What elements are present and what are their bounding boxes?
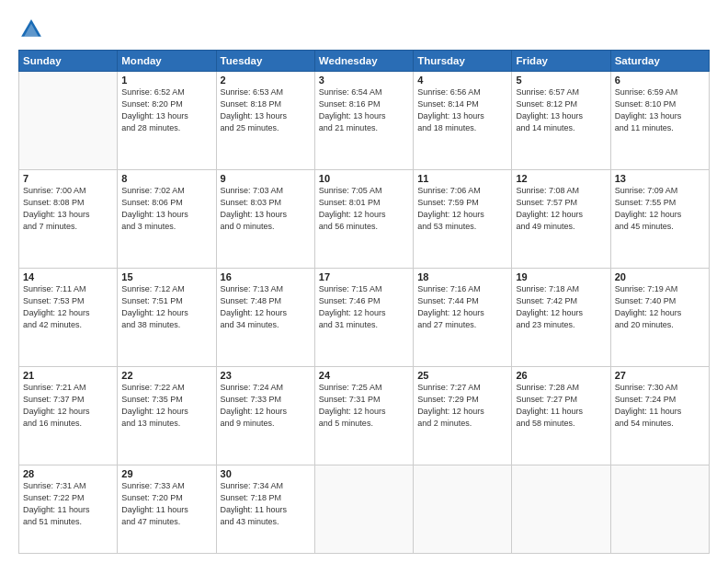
day-info: Sunrise: 6:59 AM Sunset: 8:10 PM Dayligh…: [615, 86, 705, 134]
calendar-week-row: 1Sunrise: 6:52 AM Sunset: 8:20 PM Daylig…: [19, 72, 710, 170]
calendar-cell: 16Sunrise: 7:13 AM Sunset: 7:48 PM Dayli…: [216, 268, 314, 366]
day-number: 5: [516, 75, 606, 86]
day-info: Sunrise: 7:28 AM Sunset: 7:27 PM Dayligh…: [516, 382, 606, 430]
day-info: Sunrise: 7:09 AM Sunset: 7:55 PM Dayligh…: [615, 185, 705, 233]
day-number: 21: [23, 370, 113, 381]
calendar-cell: 11Sunrise: 7:06 AM Sunset: 7:59 PM Dayli…: [414, 169, 512, 268]
calendar-cell: 30Sunrise: 7:34 AM Sunset: 7:18 PM Dayli…: [216, 465, 314, 554]
day-info: Sunrise: 7:00 AM Sunset: 8:08 PM Dayligh…: [23, 185, 113, 233]
day-number: 16: [221, 271, 311, 282]
day-number: 19: [516, 271, 606, 282]
day-number: 8: [121, 173, 211, 184]
calendar-day-header: Wednesday: [314, 51, 413, 72]
day-number: 10: [319, 173, 409, 184]
day-number: 17: [319, 271, 409, 282]
day-number: 6: [615, 75, 705, 86]
calendar-cell: 6Sunrise: 6:59 AM Sunset: 8:10 PM Daylig…: [610, 72, 709, 170]
calendar-table: SundayMondayTuesdayWednesdayThursdayFrid…: [18, 50, 710, 554]
logo-icon: [18, 17, 44, 42]
calendar-day-header: Thursday: [414, 51, 512, 72]
calendar-cell: [610, 465, 709, 554]
calendar-cell: 4Sunrise: 6:56 AM Sunset: 8:14 PM Daylig…: [414, 72, 512, 170]
day-info: Sunrise: 7:34 AM Sunset: 7:18 PM Dayligh…: [221, 480, 311, 528]
calendar-cell: 13Sunrise: 7:09 AM Sunset: 7:55 PM Dayli…: [610, 169, 709, 268]
day-number: 23: [221, 370, 311, 381]
calendar-cell: 1Sunrise: 6:52 AM Sunset: 8:20 PM Daylig…: [118, 72, 216, 170]
calendar-cell: 27Sunrise: 7:30 AM Sunset: 7:24 PM Dayli…: [610, 366, 709, 465]
calendar-header-row: SundayMondayTuesdayWednesdayThursdayFrid…: [19, 51, 710, 72]
day-info: Sunrise: 7:21 AM Sunset: 7:37 PM Dayligh…: [23, 382, 113, 430]
day-number: 28: [23, 468, 113, 479]
day-info: Sunrise: 7:11 AM Sunset: 7:53 PM Dayligh…: [23, 283, 113, 331]
calendar-week-row: 14Sunrise: 7:11 AM Sunset: 7:53 PM Dayli…: [19, 268, 710, 366]
page: SundayMondayTuesdayWednesdayThursdayFrid…: [0, 0, 728, 563]
day-info: Sunrise: 6:53 AM Sunset: 8:18 PM Dayligh…: [221, 86, 311, 134]
calendar-cell: 10Sunrise: 7:05 AM Sunset: 8:01 PM Dayli…: [314, 169, 413, 268]
day-info: Sunrise: 7:25 AM Sunset: 7:31 PM Dayligh…: [319, 382, 409, 430]
calendar-day-header: Friday: [512, 51, 610, 72]
day-number: 11: [417, 173, 507, 184]
day-info: Sunrise: 6:52 AM Sunset: 8:20 PM Dayligh…: [121, 86, 211, 134]
day-number: 20: [615, 271, 705, 282]
calendar-cell: 23Sunrise: 7:24 AM Sunset: 7:33 PM Dayli…: [216, 366, 314, 465]
day-number: 13: [615, 173, 705, 184]
day-info: Sunrise: 7:02 AM Sunset: 8:06 PM Dayligh…: [121, 185, 211, 233]
calendar-cell: 2Sunrise: 6:53 AM Sunset: 8:18 PM Daylig…: [216, 72, 314, 170]
calendar-cell: 22Sunrise: 7:22 AM Sunset: 7:35 PM Dayli…: [118, 366, 216, 465]
day-info: Sunrise: 7:30 AM Sunset: 7:24 PM Dayligh…: [615, 382, 705, 430]
day-number: 18: [417, 271, 507, 282]
calendar-cell: 26Sunrise: 7:28 AM Sunset: 7:27 PM Dayli…: [512, 366, 610, 465]
day-info: Sunrise: 6:56 AM Sunset: 8:14 PM Dayligh…: [417, 86, 507, 134]
day-info: Sunrise: 7:19 AM Sunset: 7:40 PM Dayligh…: [615, 283, 705, 331]
day-info: Sunrise: 6:57 AM Sunset: 8:12 PM Dayligh…: [516, 86, 606, 134]
day-number: 12: [516, 173, 606, 184]
calendar-cell: 25Sunrise: 7:27 AM Sunset: 7:29 PM Dayli…: [414, 366, 512, 465]
day-info: Sunrise: 7:31 AM Sunset: 7:22 PM Dayligh…: [23, 480, 113, 528]
day-info: Sunrise: 7:15 AM Sunset: 7:46 PM Dayligh…: [319, 283, 409, 331]
calendar-cell: 14Sunrise: 7:11 AM Sunset: 7:53 PM Dayli…: [19, 268, 118, 366]
day-number: 26: [516, 370, 606, 381]
day-info: Sunrise: 6:54 AM Sunset: 8:16 PM Dayligh…: [319, 86, 409, 134]
calendar-cell: 9Sunrise: 7:03 AM Sunset: 8:03 PM Daylig…: [216, 169, 314, 268]
day-number: 24: [319, 370, 409, 381]
calendar-cell: 3Sunrise: 6:54 AM Sunset: 8:16 PM Daylig…: [314, 72, 413, 170]
day-number: 30: [221, 468, 311, 479]
day-info: Sunrise: 7:24 AM Sunset: 7:33 PM Dayligh…: [221, 382, 311, 430]
calendar-day-header: Sunday: [19, 51, 118, 72]
calendar-week-row: 28Sunrise: 7:31 AM Sunset: 7:22 PM Dayli…: [19, 465, 710, 554]
calendar-week-row: 21Sunrise: 7:21 AM Sunset: 7:37 PM Dayli…: [19, 366, 710, 465]
calendar-day-header: Tuesday: [216, 51, 314, 72]
day-info: Sunrise: 7:33 AM Sunset: 7:20 PM Dayligh…: [121, 480, 211, 528]
calendar-week-row: 7Sunrise: 7:00 AM Sunset: 8:08 PM Daylig…: [19, 169, 710, 268]
calendar-cell: [19, 72, 118, 170]
calendar-cell: 7Sunrise: 7:00 AM Sunset: 8:08 PM Daylig…: [19, 169, 118, 268]
day-number: 7: [23, 173, 113, 184]
calendar-cell: [314, 465, 413, 554]
day-info: Sunrise: 7:16 AM Sunset: 7:44 PM Dayligh…: [417, 283, 507, 331]
day-number: 15: [121, 271, 211, 282]
day-number: 4: [417, 75, 507, 86]
day-info: Sunrise: 7:27 AM Sunset: 7:29 PM Dayligh…: [417, 382, 507, 430]
day-info: Sunrise: 7:13 AM Sunset: 7:48 PM Dayligh…: [221, 283, 311, 331]
day-number: 1: [121, 75, 211, 86]
calendar-cell: 24Sunrise: 7:25 AM Sunset: 7:31 PM Dayli…: [314, 366, 413, 465]
calendar-cell: 18Sunrise: 7:16 AM Sunset: 7:44 PM Dayli…: [414, 268, 512, 366]
calendar-cell: 19Sunrise: 7:18 AM Sunset: 7:42 PM Dayli…: [512, 268, 610, 366]
calendar-cell: 21Sunrise: 7:21 AM Sunset: 7:37 PM Dayli…: [19, 366, 118, 465]
logo: [18, 17, 48, 42]
day-info: Sunrise: 7:18 AM Sunset: 7:42 PM Dayligh…: [516, 283, 606, 331]
day-number: 27: [615, 370, 705, 381]
calendar-cell: 5Sunrise: 6:57 AM Sunset: 8:12 PM Daylig…: [512, 72, 610, 170]
calendar-cell: 29Sunrise: 7:33 AM Sunset: 7:20 PM Dayli…: [118, 465, 216, 554]
day-info: Sunrise: 7:05 AM Sunset: 8:01 PM Dayligh…: [319, 185, 409, 233]
day-number: 3: [319, 75, 409, 86]
day-info: Sunrise: 7:12 AM Sunset: 7:51 PM Dayligh…: [121, 283, 211, 331]
calendar-day-header: Monday: [118, 51, 216, 72]
calendar-day-header: Saturday: [610, 51, 709, 72]
calendar-cell: [512, 465, 610, 554]
header: [18, 17, 710, 42]
day-number: 2: [221, 75, 311, 86]
calendar-cell: 20Sunrise: 7:19 AM Sunset: 7:40 PM Dayli…: [610, 268, 709, 366]
day-info: Sunrise: 7:06 AM Sunset: 7:59 PM Dayligh…: [417, 185, 507, 233]
day-number: 29: [121, 468, 211, 479]
